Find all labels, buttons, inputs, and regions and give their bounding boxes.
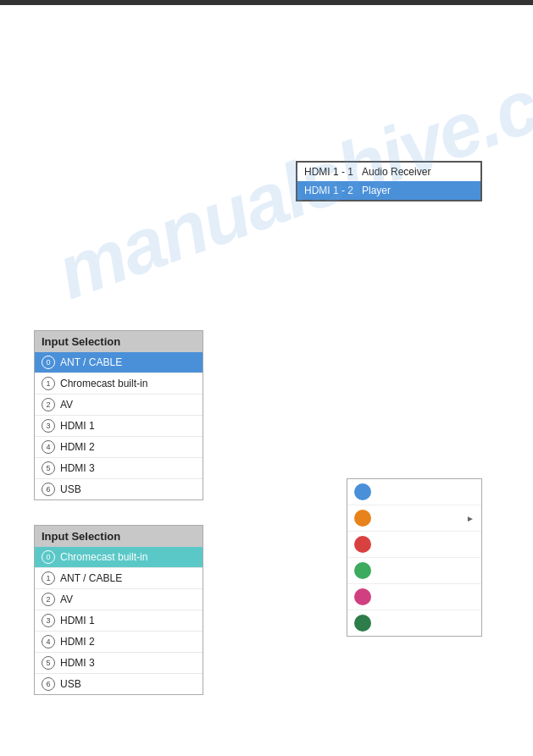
menu-item-chromecast-2[interactable]: 0 Chromecast built-in <box>35 547 203 568</box>
menu-item-hdmi1-2[interactable]: 3 HDMI 1 <box>35 610 203 632</box>
hdmi-label-1: HDMI 1 - 1 <box>304 166 355 178</box>
label-chromecast-1: Chromecast built-in <box>60 378 147 389</box>
icon-row-5 <box>347 584 481 610</box>
icon-panel: ► <box>347 478 482 637</box>
hdmi-row-2: HDMI 1 - 2 Player <box>297 181 480 200</box>
icon-row-3 <box>347 532 481 558</box>
top-bar <box>0 0 533 5</box>
menu-item-hdmi2-1[interactable]: 4 HDMI 2 <box>35 437 203 458</box>
menu-item-hdmi3-2[interactable]: 5 HDMI 3 <box>35 653 203 674</box>
label-hdmi1-1: HDMI 1 <box>60 420 95 432</box>
hdmi-panel: HDMI 1 - 1 Audio Receiver HDMI 1 - 2 Pla… <box>296 161 482 201</box>
num2-4: 4 <box>42 635 55 648</box>
orange-icon <box>354 510 371 527</box>
input-selection-panel-2: Input Selection 0 Chromecast built-in 1 … <box>34 525 203 695</box>
icon-row-4 <box>347 558 481 584</box>
red-icon <box>354 536 371 553</box>
input-selection-title-1: Input Selection <box>35 331 203 352</box>
label-hdmi1-2: HDMI 1 <box>60 615 95 626</box>
menu-item-ant-cable-2[interactable]: 1 ANT / CABLE <box>35 568 203 589</box>
label-usb-2: USB <box>60 678 81 690</box>
hdmi-device-1: Audio Receiver <box>362 166 474 178</box>
label-hdmi2-2: HDMI 2 <box>60 636 95 648</box>
num-1: 1 <box>42 377 55 390</box>
green-icon <box>354 562 371 579</box>
menu-item-ant-cable[interactable]: 0 ANT / CABLE <box>35 352 203 373</box>
hdmi-row-1: HDMI 1 - 1 Audio Receiver <box>297 163 480 181</box>
label-hdmi2-1: HDMI 2 <box>60 441 95 453</box>
menu-item-usb-2[interactable]: 6 USB <box>35 674 203 694</box>
label-usb-1: USB <box>60 483 81 495</box>
menu-item-usb-1[interactable]: 6 USB <box>35 479 203 499</box>
menu-item-av-1[interactable]: 2 AV <box>35 395 203 416</box>
hdmi-device-2: Player <box>362 185 474 196</box>
num-2: 2 <box>42 398 55 411</box>
icon-row-6 <box>347 610 481 636</box>
label-ant-cable: ANT / CABLE <box>60 356 122 368</box>
num2-6: 6 <box>42 677 55 691</box>
num2-0: 0 <box>42 550 55 564</box>
menu-item-hdmi1-1[interactable]: 3 HDMI 1 <box>35 416 203 437</box>
input-selection-title-2: Input Selection <box>35 526 203 547</box>
label-chromecast-2: Chromecast built-in <box>60 551 147 563</box>
icon-row-1 <box>347 479 481 505</box>
num2-5: 5 <box>42 656 55 670</box>
num2-3: 3 <box>42 614 55 627</box>
blue-icon <box>354 483 371 500</box>
num2-1: 1 <box>42 571 55 585</box>
label-hdmi3-1: HDMI 3 <box>60 462 95 474</box>
menu-item-hdmi3-1[interactable]: 5 HDMI 3 <box>35 458 203 479</box>
menu-item-chromecast-1[interactable]: 1 Chromecast built-in <box>35 373 203 395</box>
num-6: 6 <box>42 483 55 496</box>
darkgreen-icon <box>354 615 371 632</box>
arrow-icon-2: ► <box>466 514 475 523</box>
label-av-2: AV <box>60 593 73 605</box>
pink-icon <box>354 588 371 605</box>
label-ant-cable-2: ANT / CABLE <box>60 572 122 584</box>
menu-item-hdmi2-2[interactable]: 4 HDMI 2 <box>35 632 203 653</box>
num2-2: 2 <box>42 593 55 606</box>
num-3: 3 <box>42 419 55 433</box>
num-4: 4 <box>42 440 55 454</box>
icon-row-2: ► <box>347 505 481 532</box>
input-selection-panel-1: Input Selection 0 ANT / CABLE 1 Chromeca… <box>34 330 203 500</box>
num-5: 5 <box>42 461 55 475</box>
hdmi-label-2: HDMI 1 - 2 <box>304 185 355 196</box>
menu-item-av-2[interactable]: 2 AV <box>35 589 203 610</box>
label-hdmi3-2: HDMI 3 <box>60 657 95 669</box>
label-av-1: AV <box>60 399 73 411</box>
num-0: 0 <box>42 356 55 369</box>
